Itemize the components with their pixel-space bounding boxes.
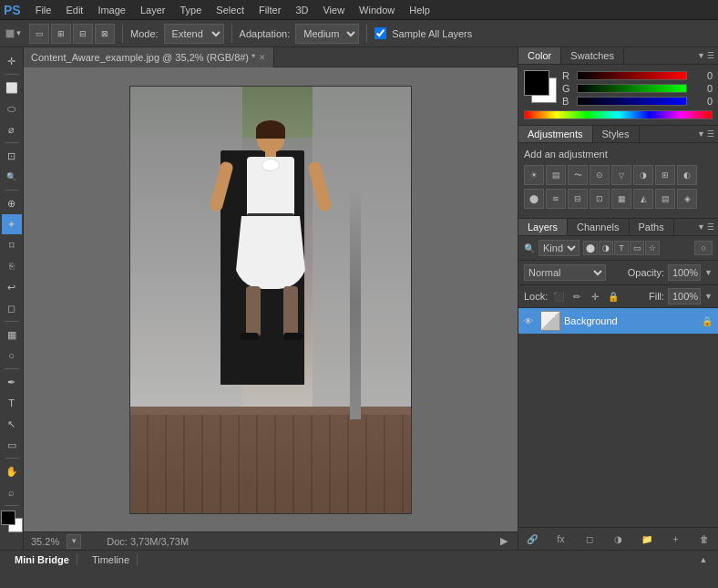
eraser-btn[interactable]: ◻ [2,298,22,318]
canvas-container[interactable] [24,67,518,531]
timeline-tab[interactable]: Timeline [85,554,138,565]
selective-color-icon[interactable]: ◈ [677,189,697,209]
menu-window[interactable]: Window [352,0,402,20]
shape-option3-btn[interactable]: ⊟ [73,24,93,44]
r-slider[interactable] [577,71,687,80]
levels-icon[interactable]: ▤ [546,165,566,185]
collapse-color-btn[interactable]: ▼ [697,51,705,60]
posterize-icon[interactable]: ▦ [611,189,631,209]
color-lookup-icon[interactable]: ⊟ [568,189,588,209]
crop-tool-btn[interactable]: ⊡ [2,146,22,166]
filter-type-btn[interactable]: T [614,241,629,255]
menu-file[interactable]: File [28,0,59,20]
link-layers-btn[interactable]: 🔗 [524,531,540,547]
canvas-tab[interactable]: Content_Aware_example.jpg @ 35,2% (RGB/8… [24,47,274,67]
swatches-tab[interactable]: Swatches [561,47,624,64]
layer-item-background[interactable]: 👁 Background 🔒 [518,308,718,334]
pen-btn[interactable]: ✒ [2,372,22,392]
vibrance-icon[interactable]: ▽ [611,165,631,185]
foreground-color-swatch[interactable] [524,70,549,96]
layers-tab[interactable]: Layers [518,219,568,235]
lock-pixels-btn[interactable]: ⬛ [551,289,566,304]
collapse-adj-btn[interactable]: ▼ [697,129,705,139]
paths-tab[interactable]: Paths [630,219,674,235]
blend-mode-select[interactable]: Normal Multiply Screen [524,264,606,281]
filter-toggle-btn[interactable]: ○ [694,241,713,255]
lock-all-btn[interactable]: 🔒 [606,289,621,304]
shape-btn[interactable]: ▭ [2,435,22,455]
eyedropper-btn[interactable]: 🔍 [2,167,22,187]
healing-btn[interactable]: ⊕ [2,193,22,213]
hand-btn[interactable]: ✋ [2,461,22,481]
delete-layer-btn[interactable]: 🗑 [696,531,713,547]
history-btn[interactable]: ↩ [2,277,22,297]
fill-input[interactable] [668,288,701,304]
adjustments-tab[interactable]: Adjustments [518,126,593,142]
exposure-icon[interactable]: ⊙ [590,165,610,185]
menu-image[interactable]: Image [90,0,133,20]
menu-help[interactable]: Help [402,0,437,20]
menu-filter[interactable]: Filter [251,0,288,20]
shape-option2-btn[interactable]: ⊞ [51,24,71,44]
opacity-arrow-btn[interactable]: ▼ [704,268,713,277]
gradient-map-icon[interactable]: ▤ [655,189,675,209]
path-select-btn[interactable]: ↖ [2,414,22,434]
menu-edit[interactable]: Edit [58,0,90,20]
type-btn[interactable]: T [2,393,22,413]
layer-fx-btn[interactable]: fx [553,531,569,547]
filter-kind-select[interactable]: Kind [538,240,580,256]
panel-expand-btn[interactable]: ▲ [696,552,711,567]
new-fill-layer-btn[interactable]: ◑ [610,531,627,547]
collapse-layers-btn[interactable]: ▼ [697,222,705,232]
invert-icon[interactable]: ⊡ [590,189,610,209]
adaptation-select[interactable]: Medium Strict Loose [295,24,359,44]
menu-adj-btn[interactable]: ☰ [707,129,714,139]
dodge-btn[interactable]: ○ [2,346,22,366]
mini-bridge-tab[interactable]: Mini Bridge [7,554,77,565]
lock-position-btn[interactable]: ✛ [588,289,602,304]
filter-adj-btn[interactable]: ◑ [599,241,613,255]
sample-all-layers-checkbox[interactable] [374,27,386,39]
menu-type[interactable]: Type [173,0,210,20]
threshold-icon[interactable]: ◭ [633,189,653,209]
opacity-input[interactable] [668,264,701,281]
channel-mixer-icon[interactable]: ≋ [546,189,566,209]
styles-tab[interactable]: Styles [593,126,640,142]
new-group-btn[interactable]: 📁 [639,531,655,547]
move-tool-btn[interactable]: ✛ [2,51,22,71]
filter-shape-btn[interactable]: ▭ [630,241,644,255]
fg-color-swatch[interactable] [1,511,15,525]
menu-color-btn[interactable]: ☰ [707,51,714,60]
shape-rect-btn[interactable]: ▭ [29,24,49,44]
shape-option4-btn[interactable]: ⊠ [95,24,115,44]
channels-tab[interactable]: Channels [568,219,629,235]
filter-pixel-btn[interactable]: ⬤ [583,241,598,255]
lock-paint-btn[interactable]: ✏ [569,289,584,304]
photo-filter-icon[interactable]: ⬤ [524,189,544,209]
b-slider[interactable] [577,97,687,106]
fill-arrow-btn[interactable]: ▼ [704,292,713,301]
quick-select-btn[interactable]: ⌀ [2,119,22,139]
zoom-menu-btn[interactable]: ▼ [67,534,81,549]
zoom-btn[interactable]: ⌕ [2,482,22,502]
menu-layer[interactable]: Layer [133,0,173,20]
menu-view[interactable]: View [315,0,352,20]
layer-visibility-btn[interactable]: 👁 [524,316,537,326]
tool-preset-btn[interactable]: ▼ [4,24,24,44]
menu-layers-btn[interactable]: ☰ [707,222,714,232]
new-layer-btn[interactable]: + [668,531,684,547]
gradient-btn[interactable]: ▦ [2,325,22,345]
brightness-contrast-icon[interactable]: ☀ [524,165,544,185]
menu-select[interactable]: Select [209,0,251,20]
stamp-btn[interactable]: ⎘ [2,256,22,276]
doc-info-arrow[interactable]: ▶ [497,535,510,548]
black-white-icon[interactable]: ◐ [677,165,697,185]
menu-3d[interactable]: 3D [288,0,315,20]
color-tab[interactable]: Color [518,47,561,64]
hsl-icon[interactable]: ◑ [633,165,653,185]
filter-smart-btn[interactable]: ☆ [645,241,660,255]
brush-btn[interactable]: ⌑ [2,235,22,255]
color-balance-icon[interactable]: ⊞ [655,165,675,185]
close-tab-btn[interactable]: ✕ [259,53,266,62]
curves-icon[interactable]: 〜 [568,165,588,185]
